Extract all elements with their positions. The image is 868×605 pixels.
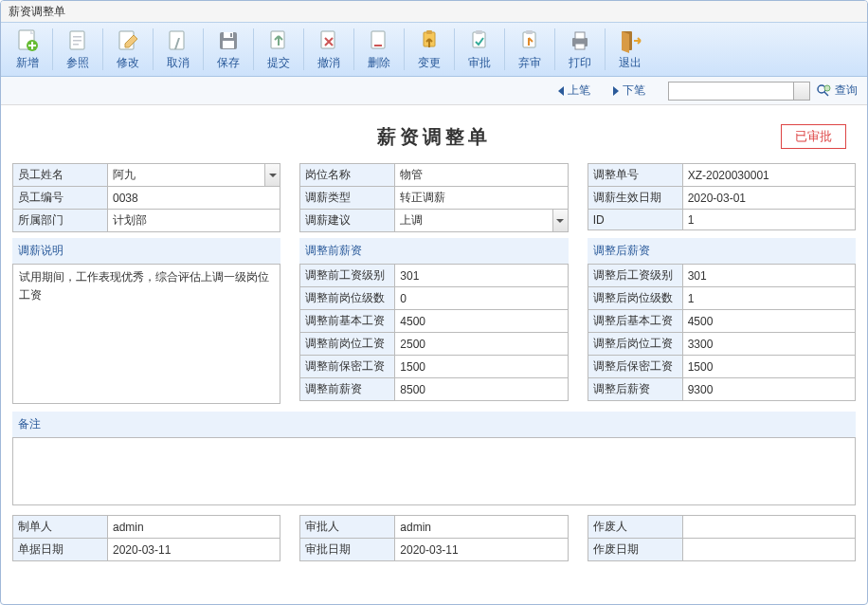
- after-level[interactable]: 301: [682, 265, 855, 287]
- approve-date-field: 2020-03-11: [395, 539, 568, 561]
- svg-rect-5: [73, 44, 79, 46]
- triangle-left-icon: [558, 86, 564, 96]
- before-level[interactable]: 301: [395, 265, 568, 287]
- change-button[interactable]: 变更: [407, 25, 452, 74]
- post-name-field[interactable]: 物管: [395, 164, 568, 187]
- remark-header: 备注: [12, 412, 856, 437]
- cancel-icon: [165, 28, 191, 54]
- print-button[interactable]: 打印: [557, 25, 603, 74]
- nav-bar: 上笔 下笔 查询: [1, 77, 867, 105]
- bill-no-field[interactable]: XZ-2020030001: [682, 164, 855, 187]
- exit-icon: [617, 28, 643, 54]
- void-date-field: [682, 539, 855, 561]
- after-total[interactable]: 9300: [682, 378, 855, 401]
- void-by-field: [682, 516, 855, 539]
- creator-table: 制单人admin 单据日期2020-03-11: [12, 515, 280, 561]
- svg-rect-4: [73, 40, 81, 42]
- after-post[interactable]: 3300: [682, 333, 855, 356]
- new-button[interactable]: 新增: [5, 25, 50, 74]
- svg-rect-11: [223, 41, 234, 48]
- revoke-icon: [316, 28, 342, 54]
- approve-icon: [466, 28, 493, 54]
- before-grade[interactable]: 0: [395, 287, 568, 310]
- triangle-right-icon: [613, 86, 619, 96]
- svg-rect-22: [575, 32, 585, 39]
- save-button[interactable]: 保存: [206, 25, 251, 74]
- effective-date-field[interactable]: 2020-03-01: [682, 187, 855, 210]
- adjust-suggest-field[interactable]: 上调: [395, 210, 568, 232]
- before-total[interactable]: 8500: [395, 378, 568, 401]
- app-window: 薪资调整单 新增 参照 修改 取消: [0, 0, 868, 605]
- print-icon: [567, 28, 593, 54]
- form-title: 薪资调整单: [377, 126, 491, 147]
- svg-point-26: [824, 85, 830, 91]
- new-icon: [14, 28, 41, 54]
- revoke-button[interactable]: 撤消: [306, 25, 352, 74]
- bill-table: 调整单号XZ-2020030001 调薪生效日期2020-03-01 ID1: [588, 163, 856, 230]
- reject-button[interactable]: 弃审: [507, 25, 552, 74]
- remark-textarea[interactable]: [12, 437, 856, 505]
- svg-rect-18: [476, 30, 482, 34]
- before-base[interactable]: 4500: [395, 310, 568, 333]
- reference-button[interactable]: 参照: [55, 25, 100, 74]
- employee-table: 员工姓名阿九 员工编号0038 所属部门计划部: [12, 163, 280, 232]
- status-badge: 已审批: [781, 124, 846, 149]
- delete-icon: [366, 28, 392, 54]
- bill-date-field: 2020-03-11: [108, 539, 280, 561]
- cancel-button[interactable]: 取消: [155, 25, 201, 74]
- change-icon: [416, 28, 443, 54]
- creator-field: admin: [108, 516, 280, 539]
- approver-table: 审批人admin 审批日期2020-03-11: [299, 515, 568, 561]
- svg-rect-23: [575, 44, 585, 49]
- approver-field: admin: [395, 516, 568, 539]
- svg-rect-10: [230, 33, 232, 37]
- after-header: 调整后薪资: [588, 238, 856, 264]
- void-table: 作废人 作废日期: [588, 515, 856, 561]
- employee-dept-field[interactable]: 计划部: [108, 210, 280, 232]
- after-base[interactable]: 4500: [682, 310, 855, 333]
- svg-rect-16: [426, 30, 432, 34]
- reject-icon: [516, 28, 543, 54]
- prev-link[interactable]: 上笔: [558, 82, 590, 99]
- desc-header: 调薪说明: [12, 238, 280, 264]
- employee-name-field[interactable]: 阿九: [108, 164, 280, 187]
- svg-rect-3: [73, 36, 81, 38]
- save-icon: [215, 28, 242, 54]
- position-table: 岗位名称物管 调薪类型转正调薪 调薪建议上调: [299, 163, 568, 232]
- submit-icon: [265, 28, 292, 54]
- employee-code-field[interactable]: 0038: [108, 187, 280, 210]
- before-salary-table: 调整前工资级别301 调整前岗位级数0 调整前基本工资4500 调整前岗位工资2…: [299, 264, 568, 401]
- before-secret[interactable]: 1500: [395, 356, 568, 378]
- toolbar: 新增 参照 修改 取消 保存: [1, 22, 867, 77]
- adjust-type-field[interactable]: 转正调薪: [395, 187, 568, 210]
- after-grade[interactable]: 1: [682, 287, 855, 310]
- exit-button[interactable]: 退出: [607, 25, 653, 74]
- before-header: 调整前薪资: [299, 238, 568, 264]
- form-body: 薪资调整单 已审批 员工姓名阿九 员工编号0038 所属部门计划部 岗位名称物管…: [1, 105, 867, 569]
- window-title: 薪资调整单: [1, 1, 867, 22]
- after-salary-table: 调整后工资级别301 调整后岗位级数1 调整后基本工资4500 调整后岗位工资3…: [588, 264, 856, 401]
- id-field[interactable]: 1: [682, 210, 855, 230]
- search-icon: [816, 83, 831, 99]
- next-link[interactable]: 下笔: [613, 82, 645, 99]
- dropdown-icon[interactable]: [264, 164, 280, 186]
- search-link[interactable]: 查询: [816, 82, 858, 99]
- edit-icon: [115, 28, 141, 54]
- approve-button[interactable]: 审批: [457, 25, 502, 74]
- before-post[interactable]: 2500: [395, 333, 568, 356]
- desc-textarea[interactable]: 试用期间，工作表现优秀，综合评估上调一级岗位工资: [12, 264, 280, 404]
- edit-button[interactable]: 修改: [105, 25, 151, 74]
- after-secret[interactable]: 1500: [682, 356, 855, 378]
- search-combo[interactable]: [668, 82, 810, 101]
- dropdown-icon[interactable]: [552, 210, 568, 231]
- delete-button[interactable]: 删除: [356, 25, 402, 74]
- svg-rect-20: [526, 30, 533, 34]
- reference-icon: [64, 28, 91, 54]
- submit-button[interactable]: 提交: [256, 25, 301, 74]
